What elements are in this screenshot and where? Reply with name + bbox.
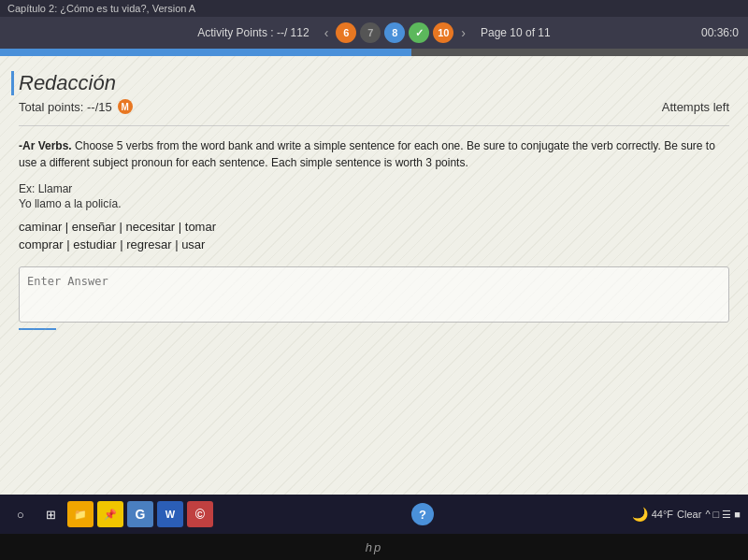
sys-tray: 🌙 44°F Clear ^ □ ☰ ■ xyxy=(632,507,741,522)
example-label: Ex: Llamar xyxy=(19,182,729,195)
app2-icon[interactable]: © xyxy=(187,501,213,527)
moon-icon: 🌙 xyxy=(632,507,648,522)
nav-circles: 6 7 8 ✓ 10 xyxy=(336,22,453,43)
timer: 00:36:0 xyxy=(701,26,739,39)
sticky-notes-icon[interactable]: 📌 xyxy=(97,501,123,527)
attempts-left: Attempts left xyxy=(662,100,729,114)
m-badge: M xyxy=(118,99,133,114)
nav-circle-check[interactable]: ✓ xyxy=(409,22,429,43)
total-points-text: Total points: --/15 xyxy=(19,100,112,114)
example-block: Ex: Llamar Yo llamo a la policía. xyxy=(19,182,729,210)
instruction-bold: -Ar Verbs. xyxy=(19,139,72,152)
help-icon[interactable]: ? xyxy=(411,503,434,525)
temperature: 44°F xyxy=(652,509,673,520)
window-title: Capítulo 2: ¿Cómo es tu vida?, Version A xyxy=(7,3,195,14)
divider xyxy=(19,125,729,126)
activity-points: Activity Points : --/ 112 xyxy=(197,26,309,39)
browser-icon[interactable]: G xyxy=(127,501,153,527)
progress-bar-container xyxy=(0,49,748,56)
word-app-icon[interactable]: W xyxy=(157,501,183,527)
nav-circle-8[interactable]: 8 xyxy=(384,22,405,43)
hp-bar: hp xyxy=(0,534,748,560)
grid-icon[interactable]: ⊞ xyxy=(37,501,64,527)
sys-tray-icons: ^ □ ☰ ■ xyxy=(705,509,741,521)
total-points-row: Total points: --/15 M Attempts left xyxy=(19,99,729,114)
top-bar: Capítulo 2: ¿Cómo es tu vida?, Version A xyxy=(0,0,748,17)
clear-label: Clear xyxy=(677,509,701,520)
activity-bar: Activity Points : --/ 112 ‹ 6 7 8 ✓ 10 ›… xyxy=(0,17,748,49)
example-sentence: Yo llamo a la policía. xyxy=(19,197,729,210)
nav-circle-10[interactable]: 10 xyxy=(433,22,453,43)
nav-next-arrow[interactable]: › xyxy=(461,25,466,40)
total-points: Total points: --/15 M xyxy=(19,99,133,114)
nav-prev-arrow[interactable]: ‹ xyxy=(324,25,329,40)
file-explorer-icon[interactable]: 📁 xyxy=(67,501,94,527)
nav-circle-7[interactable]: 7 xyxy=(360,22,381,43)
section-title: Redacción xyxy=(19,71,729,95)
nav-circle-6[interactable]: 6 xyxy=(336,22,356,43)
screen: Capítulo 2: ¿Cómo es tu vida?, Version A… xyxy=(0,0,748,560)
hp-logo: hp xyxy=(366,540,382,554)
instruction-body: Choose 5 verbs from the word bank and wr… xyxy=(19,139,715,169)
progress-bar-fill xyxy=(0,49,411,56)
word-bank-row-2: comprar | estudiar | regresar | usar xyxy=(19,237,729,251)
answer-input[interactable] xyxy=(19,266,729,323)
start-button[interactable]: ○ xyxy=(7,501,34,527)
main-content: Redacción Total points: --/15 M Attempts… xyxy=(0,56,748,495)
taskbar-center: ? xyxy=(217,503,628,525)
page-info: Page 10 of 11 xyxy=(481,26,551,39)
taskbar: ○ ⊞ 📁 📌 G W © ? 🌙 44°F Clear ^ □ ☰ ■ xyxy=(0,495,748,534)
answer-underline xyxy=(19,328,56,330)
instruction-text: -Ar Verbs. Choose 5 verbs from the word … xyxy=(19,137,729,171)
word-bank-row-1: caminar | enseñar | necesitar | tomar xyxy=(19,220,729,234)
